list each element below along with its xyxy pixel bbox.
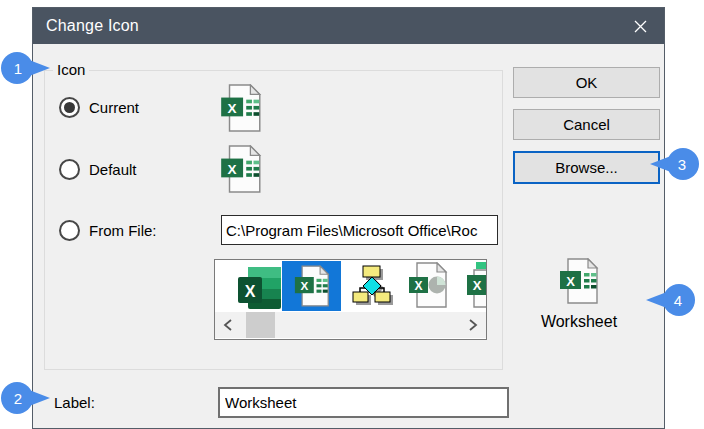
cancel-button[interactable]: Cancel [513,109,660,140]
icon-groupbox-label: Icon [53,61,89,78]
close-icon [633,19,648,34]
svg-text:X: X [300,279,308,292]
horizontal-scrollbar[interactable] [215,312,486,338]
radio-default[interactable] [59,159,80,180]
svg-text:X: X [228,101,237,116]
label-field-label: Label: [54,394,95,411]
excel-chart-icon[interactable]: X [408,262,448,312]
callout-badge-1: 1 [0,50,52,86]
scroll-left-button[interactable] [215,312,241,338]
svg-text:X: X [473,278,482,293]
callout-number: 2 [2,380,34,416]
excel-template-icon[interactable]: X [467,262,486,312]
excel-worksheet-icon-selected[interactable]: X [282,261,341,311]
scrollbar-thumb[interactable] [246,312,275,338]
radio-from-file-label: From File: [89,222,157,239]
svg-text:X: X [228,162,237,177]
radio-row-from-file[interactable]: From File: [59,219,157,241]
callout-badge-4: 4 [644,282,696,318]
radio-row-current[interactable]: Current [59,96,139,118]
change-icon-dialog: Change Icon Icon Current Default From Fi… [32,7,665,429]
from-file-path-input[interactable] [221,215,498,245]
callout-number: 1 [2,50,34,86]
radio-default-label: Default [89,161,137,178]
radio-current-label: Current [89,99,139,116]
callout-badge-2: 2 [0,380,52,416]
ok-button[interactable]: OK [513,67,660,98]
scroll-right-button[interactable] [460,312,486,338]
icon-listbox[interactable]: X X [214,259,487,340]
chevron-left-icon [223,318,233,332]
radio-current[interactable] [59,97,80,118]
screenshot-canvas: Change Icon Icon Current Default From Fi… [0,0,704,429]
chevron-right-icon [468,318,478,332]
browse-button[interactable]: Browse... [513,151,660,184]
dialog-title: Change Icon [33,17,139,35]
preview-caption: Worksheet [499,313,659,331]
callout-number: 4 [662,282,694,318]
radio-from-file[interactable] [59,220,80,241]
excel-worksheet-icon: X [220,145,262,197]
excel-worksheet-preview-icon: X [559,258,599,308]
excel-app-icon[interactable]: X [236,265,282,315]
svg-text:X: X [414,279,422,293]
callout-badge-3: 3 [648,146,700,182]
callout-number: 3 [666,146,698,182]
svg-text:X: X [566,274,575,289]
radio-row-default[interactable]: Default [59,158,137,180]
svg-text:X: X [245,283,256,300]
excel-worksheet-icon: X [220,84,262,136]
org-chart-icon[interactable] [350,264,394,312]
label-input[interactable] [218,387,509,418]
close-button[interactable] [618,8,662,44]
titlebar[interactable]: Change Icon [33,8,664,44]
